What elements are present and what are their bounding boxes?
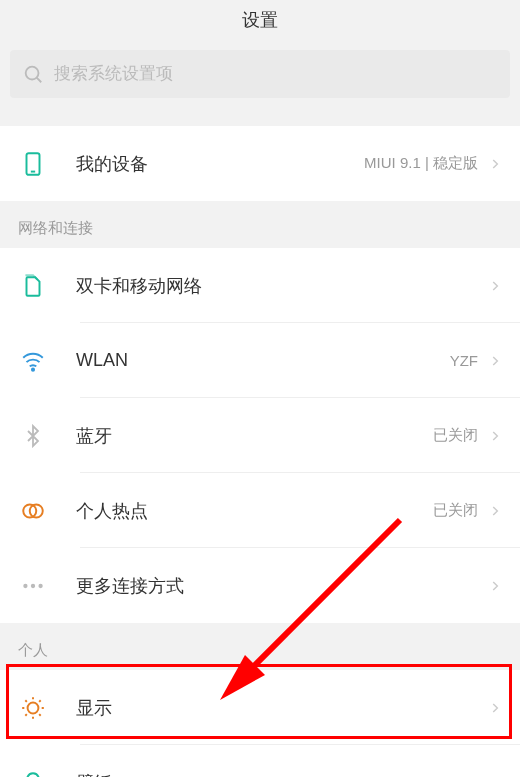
chevron-right-icon xyxy=(488,354,502,368)
row-label: 我的设备 xyxy=(76,152,364,176)
svg-point-9 xyxy=(38,583,42,587)
bluetooth-icon xyxy=(18,421,48,451)
svg-point-7 xyxy=(23,583,27,587)
row-value: YZF xyxy=(450,352,478,369)
device-icon xyxy=(18,149,48,179)
svg-point-4 xyxy=(32,368,34,370)
svg-point-8 xyxy=(31,583,35,587)
svg-line-17 xyxy=(25,714,27,716)
row-my-device[interactable]: 我的设备 MIUI 9.1 | 稳定版 xyxy=(0,126,520,201)
row-label: 双卡和移动网络 xyxy=(76,274,488,298)
chevron-right-icon xyxy=(488,701,502,715)
more-icon xyxy=(18,571,48,601)
chevron-right-icon xyxy=(488,504,502,518)
svg-point-0 xyxy=(26,67,39,80)
svg-point-10 xyxy=(28,702,39,713)
row-display[interactable]: 显示 xyxy=(0,670,520,745)
chevron-right-icon xyxy=(488,279,502,293)
row-value: 已关闭 xyxy=(433,501,478,520)
section-personal: 显示 壁纸 xyxy=(0,670,520,777)
chevron-right-icon xyxy=(488,579,502,593)
section-device: 我的设备 MIUI 9.1 | 稳定版 xyxy=(0,126,520,201)
row-sim[interactable]: 双卡和移动网络 xyxy=(0,248,520,323)
row-value: 已关闭 xyxy=(433,426,478,445)
hotspot-icon xyxy=(18,496,48,526)
chevron-right-icon xyxy=(488,157,502,171)
svg-line-18 xyxy=(39,700,41,702)
svg-line-1 xyxy=(37,78,42,83)
row-wlan[interactable]: WLAN YZF xyxy=(0,323,520,398)
chevron-right-icon xyxy=(488,429,502,443)
header: 设置 xyxy=(0,0,520,40)
section-header-network: 网络和连接 xyxy=(0,201,520,248)
brightness-icon xyxy=(18,693,48,723)
row-bluetooth[interactable]: 蓝牙 已关闭 xyxy=(0,398,520,473)
row-label: 更多连接方式 xyxy=(76,574,488,598)
section-gap xyxy=(0,108,520,126)
row-label: WLAN xyxy=(76,350,450,371)
search-bar[interactable] xyxy=(10,50,510,98)
row-label: 个人热点 xyxy=(76,499,433,523)
svg-line-16 xyxy=(39,714,41,716)
page-title: 设置 xyxy=(242,8,278,32)
wifi-icon xyxy=(18,346,48,376)
row-more-connections[interactable]: 更多连接方式 xyxy=(0,548,520,623)
search-input[interactable] xyxy=(54,64,498,84)
svg-line-15 xyxy=(25,700,27,702)
row-wallpaper[interactable]: 壁纸 xyxy=(0,745,520,777)
row-label: 蓝牙 xyxy=(76,424,433,448)
section-network: 双卡和移动网络 WLAN YZF 蓝牙 已关闭 xyxy=(0,248,520,623)
sim-icon xyxy=(18,271,48,301)
row-value: MIUI 9.1 | 稳定版 xyxy=(364,154,478,173)
section-header-personal: 个人 xyxy=(0,623,520,670)
row-label: 显示 xyxy=(76,696,488,720)
row-hotspot[interactable]: 个人热点 已关闭 xyxy=(0,473,520,548)
wallpaper-icon xyxy=(18,768,48,778)
search-icon xyxy=(22,63,44,85)
row-label: 壁纸 xyxy=(76,771,488,778)
